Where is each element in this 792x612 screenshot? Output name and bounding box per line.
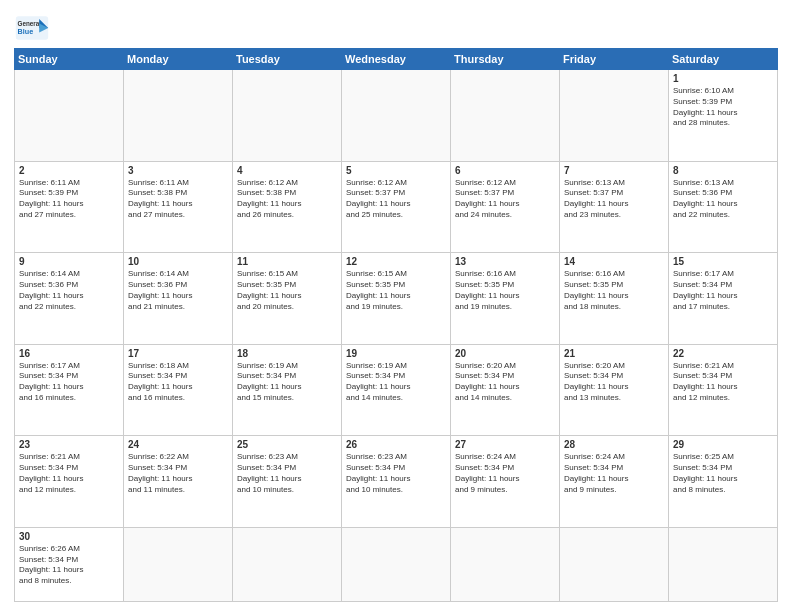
calendar-cell <box>451 527 560 601</box>
weekday-header-wednesday: Wednesday <box>342 49 451 70</box>
calendar-cell: 8Sunrise: 6:13 AM Sunset: 5:36 PM Daylig… <box>669 161 778 253</box>
weekday-header-row: SundayMondayTuesdayWednesdayThursdayFrid… <box>15 49 778 70</box>
day-number: 15 <box>673 256 773 267</box>
day-number: 24 <box>128 439 228 450</box>
cell-info: Sunrise: 6:22 AM Sunset: 5:34 PM Dayligh… <box>128 452 228 495</box>
cell-info: Sunrise: 6:20 AM Sunset: 5:34 PM Dayligh… <box>564 361 664 404</box>
cell-info: Sunrise: 6:24 AM Sunset: 5:34 PM Dayligh… <box>455 452 555 495</box>
week-row-1: 1Sunrise: 6:10 AM Sunset: 5:39 PM Daylig… <box>15 70 778 162</box>
day-number: 13 <box>455 256 555 267</box>
svg-text:General: General <box>18 20 42 27</box>
day-number: 6 <box>455 165 555 176</box>
cell-info: Sunrise: 6:12 AM Sunset: 5:38 PM Dayligh… <box>237 178 337 221</box>
cell-info: Sunrise: 6:20 AM Sunset: 5:34 PM Dayligh… <box>455 361 555 404</box>
calendar-cell: 22Sunrise: 6:21 AM Sunset: 5:34 PM Dayli… <box>669 344 778 436</box>
calendar-cell <box>560 70 669 162</box>
calendar-cell: 4Sunrise: 6:12 AM Sunset: 5:38 PM Daylig… <box>233 161 342 253</box>
day-number: 25 <box>237 439 337 450</box>
logo: General Blue <box>14 10 50 42</box>
cell-info: Sunrise: 6:15 AM Sunset: 5:35 PM Dayligh… <box>237 269 337 312</box>
calendar-cell: 27Sunrise: 6:24 AM Sunset: 5:34 PM Dayli… <box>451 436 560 528</box>
weekday-header-saturday: Saturday <box>669 49 778 70</box>
day-number: 9 <box>19 256 119 267</box>
day-number: 5 <box>346 165 446 176</box>
calendar-cell: 24Sunrise: 6:22 AM Sunset: 5:34 PM Dayli… <box>124 436 233 528</box>
cell-info: Sunrise: 6:19 AM Sunset: 5:34 PM Dayligh… <box>237 361 337 404</box>
calendar-cell: 21Sunrise: 6:20 AM Sunset: 5:34 PM Dayli… <box>560 344 669 436</box>
header: General Blue <box>14 10 778 42</box>
day-number: 16 <box>19 348 119 359</box>
day-number: 22 <box>673 348 773 359</box>
weekday-header-monday: Monday <box>124 49 233 70</box>
day-number: 10 <box>128 256 228 267</box>
calendar-cell: 23Sunrise: 6:21 AM Sunset: 5:34 PM Dayli… <box>15 436 124 528</box>
page: General Blue SundayMondayTuesdayWednesda… <box>0 0 792 612</box>
logo-icon: General Blue <box>14 14 50 42</box>
calendar-cell: 14Sunrise: 6:16 AM Sunset: 5:35 PM Dayli… <box>560 253 669 345</box>
cell-info: Sunrise: 6:17 AM Sunset: 5:34 PM Dayligh… <box>673 269 773 312</box>
day-number: 20 <box>455 348 555 359</box>
cell-info: Sunrise: 6:16 AM Sunset: 5:35 PM Dayligh… <box>455 269 555 312</box>
calendar-cell: 3Sunrise: 6:11 AM Sunset: 5:38 PM Daylig… <box>124 161 233 253</box>
calendar-cell <box>669 527 778 601</box>
day-number: 8 <box>673 165 773 176</box>
day-number: 23 <box>19 439 119 450</box>
cell-info: Sunrise: 6:11 AM Sunset: 5:39 PM Dayligh… <box>19 178 119 221</box>
cell-info: Sunrise: 6:17 AM Sunset: 5:34 PM Dayligh… <box>19 361 119 404</box>
calendar-cell <box>233 527 342 601</box>
calendar-cell <box>124 527 233 601</box>
calendar-cell: 11Sunrise: 6:15 AM Sunset: 5:35 PM Dayli… <box>233 253 342 345</box>
calendar-cell: 29Sunrise: 6:25 AM Sunset: 5:34 PM Dayli… <box>669 436 778 528</box>
cell-info: Sunrise: 6:10 AM Sunset: 5:39 PM Dayligh… <box>673 86 773 129</box>
week-row-6: 30Sunrise: 6:26 AM Sunset: 5:34 PM Dayli… <box>15 527 778 601</box>
calendar-cell: 13Sunrise: 6:16 AM Sunset: 5:35 PM Dayli… <box>451 253 560 345</box>
cell-info: Sunrise: 6:25 AM Sunset: 5:34 PM Dayligh… <box>673 452 773 495</box>
calendar-cell: 18Sunrise: 6:19 AM Sunset: 5:34 PM Dayli… <box>233 344 342 436</box>
cell-info: Sunrise: 6:26 AM Sunset: 5:34 PM Dayligh… <box>19 544 119 587</box>
calendar-cell: 6Sunrise: 6:12 AM Sunset: 5:37 PM Daylig… <box>451 161 560 253</box>
day-number: 19 <box>346 348 446 359</box>
day-number: 14 <box>564 256 664 267</box>
calendar-cell: 10Sunrise: 6:14 AM Sunset: 5:36 PM Dayli… <box>124 253 233 345</box>
day-number: 7 <box>564 165 664 176</box>
cell-info: Sunrise: 6:12 AM Sunset: 5:37 PM Dayligh… <box>346 178 446 221</box>
calendar-cell <box>451 70 560 162</box>
cell-info: Sunrise: 6:13 AM Sunset: 5:36 PM Dayligh… <box>673 178 773 221</box>
cell-info: Sunrise: 6:19 AM Sunset: 5:34 PM Dayligh… <box>346 361 446 404</box>
cell-info: Sunrise: 6:12 AM Sunset: 5:37 PM Dayligh… <box>455 178 555 221</box>
calendar-table: SundayMondayTuesdayWednesdayThursdayFrid… <box>14 48 778 602</box>
day-number: 30 <box>19 531 119 542</box>
day-number: 3 <box>128 165 228 176</box>
calendar-cell <box>342 527 451 601</box>
calendar-cell <box>560 527 669 601</box>
calendar-cell: 17Sunrise: 6:18 AM Sunset: 5:34 PM Dayli… <box>124 344 233 436</box>
cell-info: Sunrise: 6:14 AM Sunset: 5:36 PM Dayligh… <box>128 269 228 312</box>
day-number: 1 <box>673 73 773 84</box>
week-row-5: 23Sunrise: 6:21 AM Sunset: 5:34 PM Dayli… <box>15 436 778 528</box>
cell-info: Sunrise: 6:23 AM Sunset: 5:34 PM Dayligh… <box>346 452 446 495</box>
cell-info: Sunrise: 6:15 AM Sunset: 5:35 PM Dayligh… <box>346 269 446 312</box>
day-number: 27 <box>455 439 555 450</box>
weekday-header-friday: Friday <box>560 49 669 70</box>
week-row-2: 2Sunrise: 6:11 AM Sunset: 5:39 PM Daylig… <box>15 161 778 253</box>
cell-info: Sunrise: 6:21 AM Sunset: 5:34 PM Dayligh… <box>673 361 773 404</box>
week-row-3: 9Sunrise: 6:14 AM Sunset: 5:36 PM Daylig… <box>15 253 778 345</box>
calendar-cell: 12Sunrise: 6:15 AM Sunset: 5:35 PM Dayli… <box>342 253 451 345</box>
calendar-cell: 7Sunrise: 6:13 AM Sunset: 5:37 PM Daylig… <box>560 161 669 253</box>
day-number: 2 <box>19 165 119 176</box>
weekday-header-thursday: Thursday <box>451 49 560 70</box>
svg-text:Blue: Blue <box>18 27 34 36</box>
weekday-header-tuesday: Tuesday <box>233 49 342 70</box>
calendar-cell: 2Sunrise: 6:11 AM Sunset: 5:39 PM Daylig… <box>15 161 124 253</box>
cell-info: Sunrise: 6:21 AM Sunset: 5:34 PM Dayligh… <box>19 452 119 495</box>
calendar-cell: 9Sunrise: 6:14 AM Sunset: 5:36 PM Daylig… <box>15 253 124 345</box>
calendar-cell: 20Sunrise: 6:20 AM Sunset: 5:34 PM Dayli… <box>451 344 560 436</box>
cell-info: Sunrise: 6:23 AM Sunset: 5:34 PM Dayligh… <box>237 452 337 495</box>
day-number: 28 <box>564 439 664 450</box>
calendar-cell: 26Sunrise: 6:23 AM Sunset: 5:34 PM Dayli… <box>342 436 451 528</box>
cell-info: Sunrise: 6:13 AM Sunset: 5:37 PM Dayligh… <box>564 178 664 221</box>
cell-info: Sunrise: 6:18 AM Sunset: 5:34 PM Dayligh… <box>128 361 228 404</box>
calendar-cell: 30Sunrise: 6:26 AM Sunset: 5:34 PM Dayli… <box>15 527 124 601</box>
calendar-cell: 28Sunrise: 6:24 AM Sunset: 5:34 PM Dayli… <box>560 436 669 528</box>
day-number: 12 <box>346 256 446 267</box>
